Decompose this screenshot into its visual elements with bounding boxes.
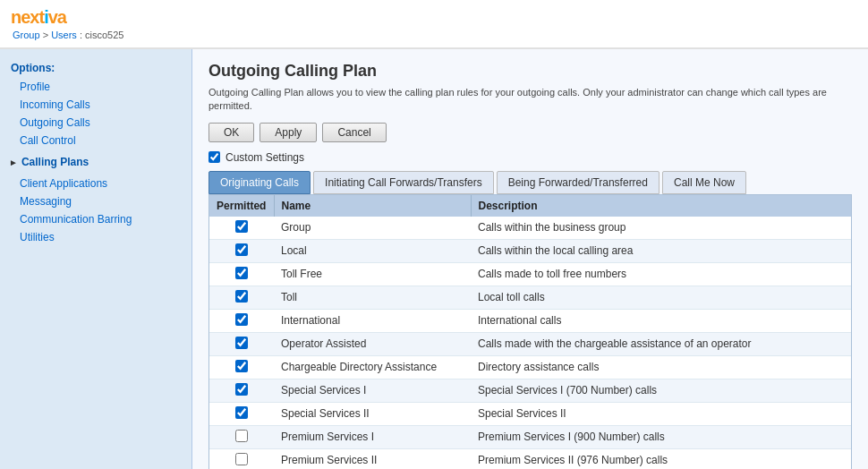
permitted-checkbox[interactable] xyxy=(235,406,248,419)
permitted-checkbox[interactable] xyxy=(235,267,248,279)
call-type-name: Premium Services II xyxy=(274,448,471,469)
breadcrumb: Group > Users : cisco525 xyxy=(11,30,123,40)
apply-button-top[interactable]: Apply xyxy=(260,123,317,142)
breadcrumb-group[interactable]: Group xyxy=(13,30,40,40)
table-row: TollLocal toll calls xyxy=(209,286,851,309)
permitted-checkbox[interactable] xyxy=(235,290,248,303)
call-type-description: Calls made with the chargeable assistanc… xyxy=(471,332,851,355)
sidebar-item-messaging[interactable]: Messaging xyxy=(0,192,191,210)
custom-settings-label: Custom Settings xyxy=(226,151,304,164)
ok-button-top[interactable]: OK xyxy=(208,123,254,142)
call-type-name: Special Services I xyxy=(274,379,471,402)
permitted-checkbox[interactable] xyxy=(235,383,248,396)
sidebar: Options: Profile Incoming Calls Outgoing… xyxy=(0,49,192,469)
call-type-name: International xyxy=(274,309,471,332)
custom-settings-row: Custom Settings xyxy=(208,151,852,164)
call-type-description: Calls within the local calling area xyxy=(471,239,851,262)
call-type-description: Premium Services I (900 Number) calls xyxy=(471,425,851,448)
call-type-name: Local xyxy=(274,239,471,262)
call-type-description: Calls within the business group xyxy=(471,217,851,240)
call-type-name: Premium Services I xyxy=(274,425,471,448)
call-type-description: International calls xyxy=(471,309,851,332)
call-type-name: Chargeable Directory Assistance xyxy=(274,355,471,379)
sidebar-item-communication-barring[interactable]: Communication Barring xyxy=(0,210,191,228)
call-type-name: Toll xyxy=(274,286,471,309)
permitted-checkbox[interactable] xyxy=(235,453,248,465)
page-description: Outgoing Calling Plan allows you to view… xyxy=(208,86,852,114)
table-row: LocalCalls within the local calling area xyxy=(209,239,851,262)
permitted-checkbox[interactable] xyxy=(235,360,248,372)
calling-plan-table-container: Permitted Name Description GroupCalls wi… xyxy=(208,194,852,469)
call-type-description: Local toll calls xyxy=(471,286,851,309)
tab-call-me-now[interactable]: Call Me Now xyxy=(662,171,746,194)
tab-initiating-call-forwards[interactable]: Initiating Call Forwards/Transfers xyxy=(313,171,494,194)
table-row: Special Services ISpecial Services I (70… xyxy=(209,379,851,402)
top-button-row: OK Apply Cancel xyxy=(208,123,852,142)
call-type-description: Special Services I (700 Number) calls xyxy=(471,379,851,402)
custom-settings-checkbox[interactable] xyxy=(208,151,220,163)
tab-being-forwarded[interactable]: Being Forwarded/Transferred xyxy=(497,171,660,194)
call-type-description: Directory assistance calls xyxy=(471,355,851,379)
logo-area: nextiva Group > Users : cisco525 xyxy=(11,7,123,40)
content-area: Outgoing Calling Plan Outgoing Calling P… xyxy=(192,49,868,469)
calling-plans-arrow: ► xyxy=(9,158,18,167)
table-row: Premium Services IIPremium Services II (… xyxy=(209,448,851,469)
call-type-description: Special Services II xyxy=(471,402,851,425)
col-header-description: Description xyxy=(471,195,851,217)
permitted-checkbox[interactable] xyxy=(235,220,248,233)
permitted-checkbox[interactable] xyxy=(235,313,248,326)
logo: nextiva xyxy=(11,7,123,28)
sidebar-options-title: Options: xyxy=(0,58,191,78)
sidebar-item-outgoing-calls[interactable]: Outgoing Calls xyxy=(0,114,191,132)
table-row: GroupCalls within the business group xyxy=(209,217,851,240)
call-type-description: Premium Services II (976 Number) calls xyxy=(471,448,851,469)
main-layout: Options: Profile Incoming Calls Outgoing… xyxy=(0,49,868,469)
sidebar-item-profile[interactable]: Profile xyxy=(0,78,191,96)
col-header-name: Name xyxy=(274,195,471,217)
call-type-name: Operator Assisted xyxy=(274,332,471,355)
sidebar-item-client-applications[interactable]: Client Applications xyxy=(0,175,191,192)
table-row: Toll FreeCalls made to toll free numbers xyxy=(209,262,851,286)
permitted-checkbox[interactable] xyxy=(235,337,248,349)
table-row: Operator AssistedCalls made with the cha… xyxy=(209,332,851,355)
permitted-checkbox[interactable] xyxy=(235,243,248,256)
table-row: Chargeable Directory AssistanceDirectory… xyxy=(209,355,851,379)
call-type-name: Toll Free xyxy=(274,262,471,286)
sidebar-item-utilities[interactable]: Utilities xyxy=(0,228,191,246)
table-row: Premium Services IPremium Services I (90… xyxy=(209,425,851,448)
sidebar-item-call-control[interactable]: Call Control xyxy=(0,132,191,149)
tab-originating-calls[interactable]: Originating Calls xyxy=(208,171,311,194)
cancel-button-top[interactable]: Cancel xyxy=(322,123,386,142)
sidebar-item-calling-plans[interactable]: Calling Plans xyxy=(20,153,99,171)
page-title: Outgoing Calling Plan xyxy=(208,62,852,81)
col-header-permitted: Permitted xyxy=(209,195,274,217)
permitted-checkbox[interactable] xyxy=(235,430,248,442)
header: nextiva Group > Users : cisco525 xyxy=(0,0,868,49)
sidebar-item-incoming-calls[interactable]: Incoming Calls xyxy=(0,96,191,114)
table-row: InternationalInternational calls xyxy=(209,309,851,332)
call-type-name: Group xyxy=(274,217,471,240)
table-row: Special Services IISpecial Services II xyxy=(209,402,851,425)
tabs-row: Originating Calls Initiating Call Forwar… xyxy=(208,171,852,194)
breadcrumb-current: cisco525 xyxy=(85,30,123,40)
call-type-description: Calls made to toll free numbers xyxy=(471,262,851,286)
breadcrumb-users[interactable]: Users xyxy=(51,30,77,40)
call-type-name: Special Services II xyxy=(274,402,471,425)
calling-plan-table: Permitted Name Description GroupCalls wi… xyxy=(209,195,851,469)
